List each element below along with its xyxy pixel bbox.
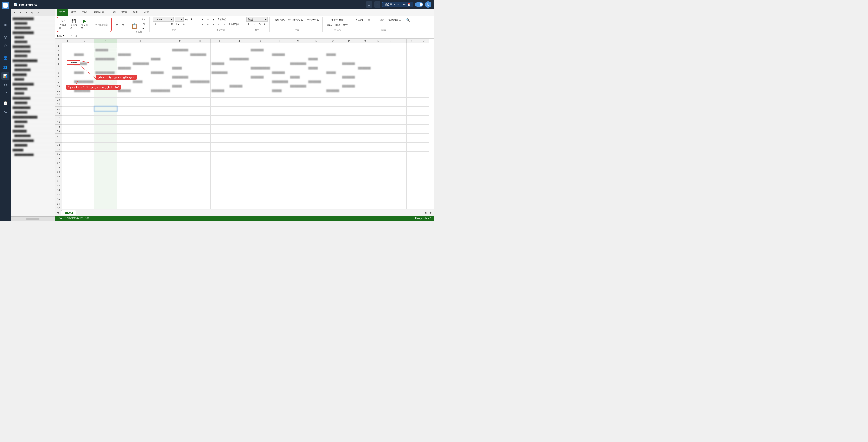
undo-btn[interactable]: ↩ <box>114 22 120 27</box>
cell-R17[interactable] <box>373 115 384 120</box>
cell-E28[interactable] <box>132 165 150 170</box>
cell-G6[interactable]: ██████ <box>171 66 189 70</box>
cell-U4[interactable] <box>407 57 418 61</box>
col-header-E[interactable]: E <box>132 39 150 43</box>
cell-C19[interactable] <box>94 125 117 129</box>
cell-H31[interactable] <box>189 179 211 183</box>
cell-C37[interactable] <box>94 206 117 209</box>
cell-T22[interactable] <box>395 138 407 143</box>
cell-S31[interactable] <box>384 179 395 183</box>
cell-U13[interactable] <box>407 98 418 102</box>
cell-F28[interactable] <box>150 165 171 170</box>
cell-G25[interactable] <box>171 152 189 156</box>
cell-S23[interactable] <box>384 143 395 147</box>
cell-R2[interactable] <box>373 48 384 53</box>
cell-K10[interactable] <box>250 84 271 89</box>
list-item[interactable]: ████████████ <box>11 138 55 143</box>
cell-Q21[interactable] <box>357 134 373 138</box>
cell-G30[interactable] <box>171 174 189 179</box>
cell-S33[interactable] <box>384 188 395 192</box>
cell-U32[interactable] <box>407 183 418 188</box>
cell-F6[interactable] <box>150 66 171 70</box>
cell-P15[interactable] <box>341 107 357 111</box>
cell-B21[interactable] <box>73 134 94 138</box>
cell-M26[interactable] <box>289 156 307 161</box>
list-item[interactable]: ████████████ <box>11 16 55 21</box>
cell-M35[interactable] <box>289 197 307 201</box>
cell-R3[interactable] <box>373 53 384 57</box>
cell-K32[interactable] <box>250 183 271 188</box>
cell-O9[interactable] <box>325 79 341 84</box>
cell-M21[interactable] <box>289 134 307 138</box>
cell-O26[interactable] <box>325 156 341 161</box>
cell-G22[interactable] <box>171 138 189 143</box>
cell-V34[interactable] <box>418 192 429 197</box>
cell-L16[interactable] <box>271 111 289 115</box>
cell-U31[interactable] <box>407 179 418 183</box>
cell-O32[interactable] <box>325 183 341 188</box>
table-styles-btn[interactable]: 套用表格格式 <box>287 17 305 22</box>
add-item-btn[interactable]: + <box>12 10 17 15</box>
cell-J23[interactable] <box>228 143 250 147</box>
cell-K30[interactable] <box>250 174 271 179</box>
cell-B19[interactable] <box>73 125 94 129</box>
col-header-S[interactable]: S <box>384 39 395 43</box>
cell-L29[interactable] <box>271 170 289 174</box>
decrease-decimal-btn[interactable]: .0↓ <box>263 22 268 26</box>
cell-L6[interactable] <box>271 66 289 70</box>
cell-D18[interactable] <box>117 120 132 125</box>
list-item[interactable]: ████████ <box>11 143 55 148</box>
cell-B6[interactable] <box>73 66 94 70</box>
sort-filter-btn[interactable]: 排序和筛选 <box>387 17 402 23</box>
cell-B13[interactable] <box>73 98 94 102</box>
cell-U22[interactable] <box>407 138 418 143</box>
cell-T14[interactable] <box>395 102 407 107</box>
cell-D36[interactable] <box>117 201 132 206</box>
cell-N25[interactable] <box>307 152 325 156</box>
cell-F12[interactable] <box>150 93 171 98</box>
list-view-btn[interactable]: ≡ <box>374 1 380 8</box>
cell-G33[interactable] <box>171 188 189 192</box>
cell-J36[interactable] <box>228 201 250 206</box>
cell-K11[interactable] <box>250 89 271 93</box>
cell-M28[interactable] <box>289 165 307 170</box>
cell-U7[interactable] <box>407 70 418 75</box>
cell-U2[interactable] <box>407 48 418 53</box>
cell-A13[interactable] <box>62 98 73 102</box>
cell-M32[interactable] <box>289 183 307 188</box>
cell-H35[interactable] <box>189 197 211 201</box>
cell-H19[interactable] <box>189 125 211 129</box>
cell-M15[interactable] <box>289 107 307 111</box>
cell-L22[interactable] <box>271 138 289 143</box>
sidebar-item-dashboard[interactable]: ⊞ <box>1 21 9 29</box>
cell-T23[interactable] <box>395 143 407 147</box>
cell-S18[interactable] <box>384 120 395 125</box>
cell-N14[interactable] <box>307 102 325 107</box>
cell-E27[interactable] <box>132 161 150 165</box>
cell-P23[interactable] <box>341 143 357 147</box>
cell-C17[interactable] <box>94 115 117 120</box>
sidebar-item-group[interactable]: 👥 <box>1 63 9 71</box>
cell-R37[interactable] <box>373 206 384 209</box>
cell-N1[interactable] <box>307 43 325 48</box>
cell-O22[interactable] <box>325 138 341 143</box>
cell-L34[interactable] <box>271 192 289 197</box>
align-middle-btn[interactable]: ↔ <box>206 17 211 22</box>
cell-B28[interactable] <box>73 165 94 170</box>
cell-G27[interactable] <box>171 161 189 165</box>
cell-V32[interactable] <box>418 183 429 188</box>
cell-K24[interactable] <box>250 147 271 152</box>
cell-U26[interactable] <box>407 156 418 161</box>
cell-Q20[interactable] <box>357 129 373 134</box>
cell-H1[interactable] <box>189 43 211 48</box>
sidebar-item-home[interactable]: ⌂ <box>1 12 9 20</box>
cell-S1[interactable] <box>384 43 395 48</box>
cell-I14[interactable] <box>211 102 228 107</box>
cell-P2[interactable] <box>341 48 357 53</box>
cell-N26[interactable] <box>307 156 325 161</box>
cell-D20[interactable] <box>117 129 132 134</box>
cell-G1[interactable] <box>171 43 189 48</box>
cell-N31[interactable] <box>307 179 325 183</box>
list-item[interactable]: ██████████████ <box>11 58 55 63</box>
cell-E6[interactable] <box>132 66 150 70</box>
